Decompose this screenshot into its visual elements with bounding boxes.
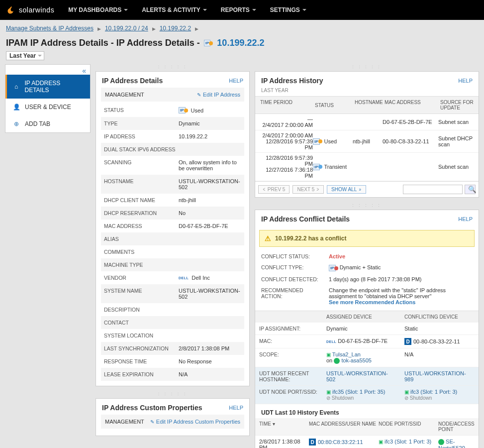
scope-link[interactable]: Tulsa2_Lan — [332, 351, 361, 357]
history-row: 2/4/2017 2:00:00 AM12/28/2016 9:57:39 PM… — [255, 130, 479, 153]
warning-icon: ⚠ — [265, 234, 271, 242]
sidebar-item-label: USER & DEVICE — [25, 104, 71, 111]
page-title-prefix: IPAM IP Address Details - IP Address Det… — [6, 38, 200, 48]
edit-custom-props-link[interactable]: ✎ Edit IP Address Custom Properties — [150, 419, 240, 425]
recommended-actions-link[interactable]: See more Recommended Actions — [329, 299, 415, 305]
management-row: MANAGEMENT ✎ Edit IP Address — [101, 88, 244, 102]
nav-item-alerts[interactable]: ALERTS & ACTIVITY — [135, 0, 214, 19]
detail-row: DESCRIPTION — [101, 303, 244, 316]
detail-row: CONTACT — [101, 316, 244, 329]
detail-row: TYPEDynamic — [101, 117, 244, 130]
ip-address-details-card: IP Address Details HELP MANAGEMENT ✎ Edi… — [96, 71, 250, 386]
page-title-block: IPAM IP Address Details - IP Address Det… — [0, 32, 484, 64]
history-row: —2/4/2017 2:00:00 AMD0-67-E5-2B-DF-7ESub… — [255, 114, 479, 130]
d-box-icon: D — [404, 338, 411, 345]
detail-row: SYSTEM LOCATION — [101, 329, 244, 342]
caret-down-icon — [252, 9, 256, 11]
chevron-right-icon: ▶ — [152, 26, 156, 31]
detail-row: MACHINE TYPE — [101, 258, 244, 271]
detail-row: DUAL STACK IPV6 ADDRESS — [101, 143, 244, 156]
pencil-icon: ✎ — [197, 92, 201, 98]
sidebar-item-add-tab[interactable]: ⊕ADD TAB — [5, 115, 90, 132]
port-icon: ▣ — [379, 439, 383, 445]
time-filter-dropdown[interactable]: Last Year — [6, 51, 44, 60]
breadcrumb-link[interactable]: 10.199.22.0 / 24 — [105, 25, 148, 32]
flame-icon — [7, 5, 16, 14]
breadcrumb-link[interactable]: Manage Subnets & IP Addresses — [6, 25, 94, 32]
detail-row: LEASE EXPIRATIONN/A — [101, 368, 244, 381]
chevron-right-icon: ▶ — [97, 26, 101, 31]
detail-row: ALIAS — [101, 232, 244, 245]
sidebar-item-ip-details[interactable]: ⌂IP ADDRESS DETAILS — [5, 75, 90, 99]
nav-item-settings[interactable]: SETTINGS — [263, 0, 313, 19]
card-subtitle: LAST YEAR — [255, 88, 479, 96]
events-header-row: TIME ▾ MAC ADDRESS/USER NAME NODE PORT/S… — [255, 418, 479, 435]
event-row: 2/8/2017 1:38:08 PMD00:80:C8:33:22:11▣ i… — [255, 435, 479, 448]
drag-handle-icon[interactable]: : : : : : — [96, 64, 250, 69]
sidebar-item-user-device[interactable]: 👤USER & DEVICE — [5, 99, 90, 115]
drag-handle-icon[interactable]: : : : : : — [96, 391, 250, 396]
detail-row: DHCP CLIENT NAMEntb-jhill — [101, 194, 244, 207]
ip-custom-properties-card: IP Address Custom Properties HELP MANAGE… — [96, 398, 250, 436]
user-icon: 👤 — [13, 104, 20, 111]
node-link[interactable]: tok-asa5505 — [341, 357, 372, 363]
assigned-hostname-link[interactable]: USTUL-WORKSTATION-502 — [326, 370, 388, 382]
nav-item-reports[interactable]: REPORTS — [214, 0, 263, 19]
device-comparison-table: ASSIGNED DEVICE CONFLICTING DEVICE IP AS… — [255, 311, 479, 404]
drag-handle-icon[interactable]: : : : : : — [255, 203, 479, 208]
port-icon: ▣ — [404, 389, 409, 395]
ip-conflict-card: IP Address Conflict Details HELP ⚠ 10.19… — [255, 210, 479, 448]
card-title: IP Address Details — [102, 77, 163, 85]
event-mac-link[interactable]: 00:80:C8:33:22:11 — [318, 439, 363, 445]
conflict-hostname-link[interactable]: USTUL-WORKSTATION-989 — [404, 370, 466, 382]
top-navbar: solarwinds MY DASHBOARDSALERTS & ACTIVIT… — [0, 0, 484, 20]
help-link[interactable]: HELP — [229, 405, 243, 411]
conflict-status-value: Active — [329, 253, 473, 259]
help-link[interactable]: HELP — [458, 216, 473, 222]
drag-handle-icon[interactable]: : : : : : — [255, 64, 479, 69]
brand-label: solarwinds — [19, 6, 54, 14]
detail-row: DHCP RESERVATIONNo — [101, 207, 244, 220]
nav-item-dashboards[interactable]: MY DASHBOARDS — [61, 0, 135, 19]
history-search-button[interactable]: 🔍 — [465, 185, 476, 194]
conflict-port-link[interactable]: ifc3 (Slot: 1 Port: 3) — [410, 389, 457, 395]
brand[interactable]: solarwinds — [7, 5, 54, 14]
breadcrumb-link[interactable]: 10.199.22.2 — [160, 25, 191, 32]
ip-history-card: IP Address History HELP LAST YEAR TIME P… — [255, 71, 479, 198]
card-title: IP Address Conflict Details — [261, 215, 350, 223]
ip-used-icon: IP — [179, 107, 188, 113]
event-port-link[interactable]: ifc3 (Slot: 1 Port: 3) — [385, 439, 431, 445]
show-all-button[interactable]: SHOW ALL » — [327, 185, 366, 194]
edit-ip-address-link[interactable]: ✎ Edit IP Address — [197, 92, 240, 98]
caret-down-icon — [302, 9, 306, 11]
breadcrumb: Manage Subnets & IP Addresses▶10.199.22.… — [0, 20, 484, 32]
time-filter-label: Last Year — [9, 52, 36, 59]
prev-page-button[interactable]: <PREV 5 — [258, 185, 290, 194]
node-up-icon — [438, 439, 444, 445]
detail-row: SCANNINGOn, allow system info to be over… — [101, 156, 244, 175]
page-title-ip: 10.199.22.2 — [217, 38, 264, 48]
events-title: UDT Last 10 History Events — [255, 404, 479, 418]
dell-logo-icon: DELL — [179, 276, 189, 280]
scope-icon: ▣ — [326, 352, 331, 357]
plus-icon: ⊕ — [13, 120, 20, 127]
card-title: IP Address Custom Properties — [102, 404, 202, 412]
caret-down-icon — [38, 55, 42, 57]
next-page-button[interactable]: NEXT 5> — [292, 185, 324, 194]
detail-row: VENDORDELLDell Inc — [101, 271, 244, 284]
help-link[interactable]: HELP — [229, 78, 243, 84]
caret-down-icon — [203, 9, 207, 11]
card-title: IP Address History — [261, 77, 323, 85]
detail-row: COMMENTS — [101, 245, 244, 258]
d-box-icon: D — [309, 439, 316, 446]
detail-row: RESPONSE TIMENo Response — [101, 355, 244, 368]
pencil-icon: ✎ — [150, 419, 154, 425]
help-link[interactable]: HELP — [458, 78, 473, 84]
node-up-icon — [334, 358, 340, 364]
assigned-port-link[interactable]: ifc35 (Slot: 1 Port: 35) — [332, 389, 385, 395]
collapse-sidebar-button[interactable]: « — [5, 65, 90, 75]
chevron-right-icon: ▶ — [195, 26, 198, 31]
home-icon: ⌂ — [13, 83, 19, 90]
management-label: MANAGEMENT — [105, 419, 144, 425]
history-search-input[interactable] — [403, 185, 463, 194]
